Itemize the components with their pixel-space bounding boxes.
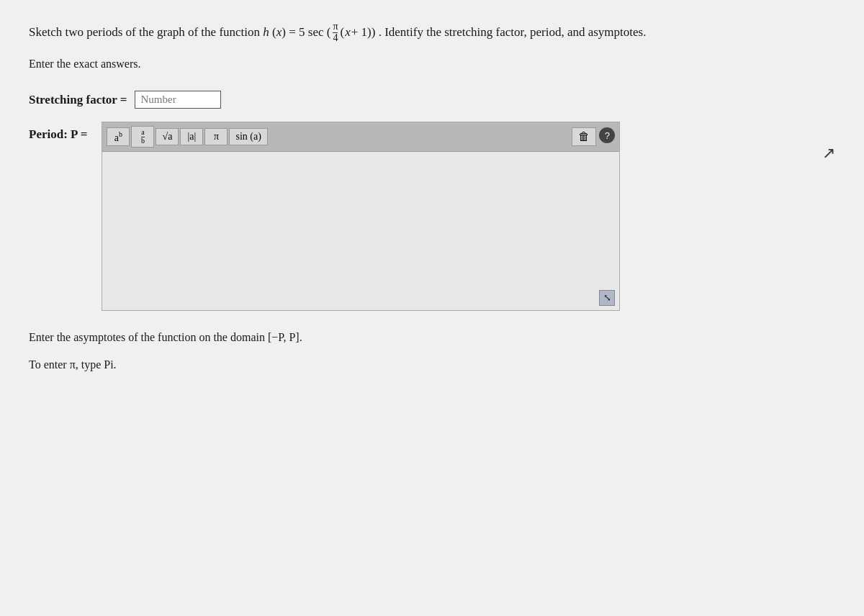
fraction-icon: a b bbox=[141, 129, 145, 145]
pi-button[interactable]: π bbox=[204, 128, 228, 145]
help-icon: ? bbox=[605, 130, 610, 141]
problem-text-part1: Sketch two periods of the graph of the f… bbox=[29, 25, 263, 39]
period-input-textarea[interactable] bbox=[108, 158, 613, 302]
sin-icon: sin (a) bbox=[235, 131, 261, 142]
stretching-factor-label: Stretching factor = bbox=[29, 93, 127, 107]
period-row: Period: P = ab a b √a |a| π sin (a) bbox=[29, 122, 835, 311]
trash-button[interactable]: 🗑 bbox=[572, 127, 596, 146]
enter-exact-instruction: Enter the exact answers. bbox=[29, 58, 835, 71]
sqrt-button[interactable]: √a bbox=[156, 128, 179, 145]
expand-button[interactable]: ⤡ bbox=[599, 290, 615, 306]
superscript-button[interactable]: ab bbox=[107, 127, 130, 147]
function-expression: h (x) = 5 sec (π4 (x + 1)) bbox=[263, 25, 375, 39]
asymptotes-note: Enter the asymptotes of the function on … bbox=[29, 331, 835, 344]
stretching-factor-row: Stretching factor = bbox=[29, 91, 835, 109]
sqrt-icon: √a bbox=[163, 131, 173, 142]
math-input-area[interactable]: ⤡ bbox=[102, 152, 619, 310]
help-button[interactable]: ? bbox=[599, 127, 615, 143]
math-editor-container: ab a b √a |a| π sin (a) bbox=[102, 122, 620, 311]
problem-suffix: . Identify the stretching factor, period… bbox=[379, 25, 647, 39]
abs-button[interactable]: |a| bbox=[180, 128, 203, 145]
math-toolbar: ab a b √a |a| π sin (a) bbox=[102, 122, 619, 152]
stretching-factor-input[interactable] bbox=[135, 91, 221, 109]
trash-icon: 🗑 bbox=[578, 130, 590, 142]
to-enter-note: To enter π, type Pi. bbox=[29, 358, 835, 371]
pi-icon: π bbox=[214, 131, 219, 142]
problem-statement: Sketch two periods of the graph of the f… bbox=[29, 22, 648, 43]
fraction-button[interactable]: a b bbox=[131, 126, 154, 148]
period-label: Period: P = bbox=[29, 122, 87, 142]
expand-icon: ⤡ bbox=[603, 292, 611, 304]
toolbar-right-icons: 🗑 ? bbox=[572, 127, 615, 146]
abs-icon: |a| bbox=[188, 131, 197, 142]
ab-icon: ab bbox=[114, 130, 122, 144]
sin-button[interactable]: sin (a) bbox=[229, 128, 267, 145]
